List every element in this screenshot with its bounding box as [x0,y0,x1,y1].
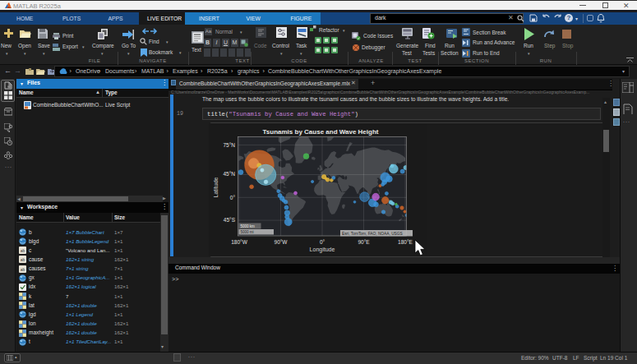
svg-text:90°E: 90°E [358,239,370,245]
svg-text:45°S: 45°S [224,217,236,223]
svg-text:5000 mi: 5000 mi [241,230,254,234]
svg-text:180°W: 180°W [231,239,247,245]
svg-text:0°: 0° [230,195,236,200]
svg-text:ab: ab [21,248,25,253]
svg-text:Tsunamis by Cause and Wave Hei: Tsunamis by Cause and Wave Height [263,128,379,136]
svg-text:45°N: 45°N [223,171,235,177]
svg-text:ab: ab [21,257,25,262]
svg-text:Longitude: Longitude [310,247,335,253]
svg-text:0°: 0° [320,239,325,245]
svg-text:ab: ab [21,266,25,271]
svg-text:180°E: 180°E [398,239,413,245]
svg-text:75°N: 75°N [223,142,235,148]
svg-text:Latitude: Latitude [213,177,219,197]
svg-text:90°W: 90°W [275,239,288,245]
svg-text:5000 km: 5000 km [241,224,256,228]
svg-text:Esri, TomTom, FAO, NOAA, USGS: Esri, TomTom, FAO, NOAA, USGS [342,232,403,236]
